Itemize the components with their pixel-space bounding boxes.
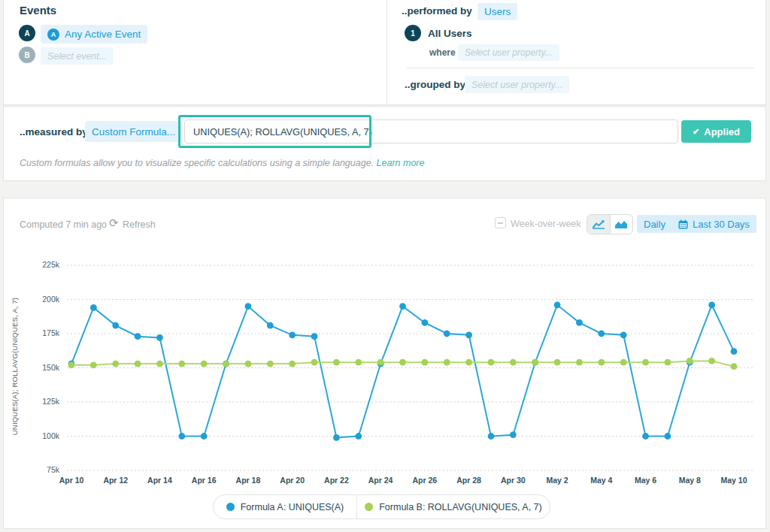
event-a-selector[interactable]: A Any Active Event [41, 25, 147, 44]
applied-button[interactable]: ✔ Applied [681, 120, 751, 143]
data-point[interactable] [731, 348, 738, 355]
x-tick-label: Apr 30 [496, 476, 530, 485]
data-point[interactable] [510, 359, 517, 366]
calendar-icon [678, 219, 688, 229]
formula-b-dot-icon [365, 503, 373, 511]
data-point[interactable] [355, 359, 362, 366]
data-point[interactable] [135, 333, 141, 340]
line-chart-plot [65, 256, 756, 476]
line-chart-toggle[interactable] [587, 215, 610, 234]
data-point[interactable] [245, 361, 252, 367]
granularity-value: Daily [644, 219, 665, 230]
data-point[interactable] [465, 359, 472, 366]
data-point[interactable] [377, 359, 384, 366]
data-point[interactable] [488, 359, 495, 366]
x-tick-label: Apr 24 [363, 476, 398, 485]
data-point[interactable] [510, 431, 517, 438]
data-point[interactable] [178, 433, 185, 440]
data-point[interactable] [311, 359, 318, 366]
data-point[interactable] [355, 433, 362, 440]
data-point[interactable] [576, 319, 583, 326]
refresh-button[interactable]: Refresh [123, 219, 156, 230]
where-property-selector[interactable]: Select user property... [458, 44, 559, 61]
data-point[interactable] [333, 434, 340, 441]
data-point[interactable] [532, 359, 538, 366]
data-point[interactable] [642, 359, 649, 366]
data-point[interactable] [90, 304, 97, 311]
data-point[interactable] [576, 359, 583, 366]
week-over-week-checkbox[interactable] [495, 217, 506, 228]
x-tick-label: Apr 14 [142, 476, 177, 485]
data-point[interactable] [421, 359, 428, 366]
where-label: where [429, 47, 456, 58]
data-point[interactable] [90, 361, 97, 368]
data-point[interactable] [112, 361, 119, 367]
measure-method-selector[interactable]: Custom Formula... [85, 121, 182, 142]
data-point[interactable] [156, 334, 163, 341]
x-tick-label: Apr 22 [319, 476, 353, 485]
data-point[interactable] [620, 359, 627, 366]
data-point[interactable] [333, 359, 340, 366]
chart-type-toggle [587, 214, 633, 234]
data-point[interactable] [289, 331, 296, 338]
data-point[interactable] [267, 361, 274, 367]
data-point[interactable] [465, 331, 472, 338]
granularity-selector[interactable]: Daily [637, 215, 672, 233]
date-range-selector[interactable]: Last 30 Days [671, 215, 756, 233]
computed-status: Computed 7 min ago [20, 219, 107, 230]
measure-method-value: Custom Formula... [92, 126, 175, 138]
data-point[interactable] [399, 303, 406, 310]
y-tick-label: 100k [22, 431, 59, 440]
data-point[interactable] [178, 361, 185, 367]
data-point[interactable] [488, 433, 495, 440]
date-range-value: Last 30 Days [693, 219, 750, 230]
data-point[interactable] [112, 322, 119, 329]
data-point[interactable] [708, 358, 715, 364]
data-point[interactable] [665, 433, 671, 440]
data-point[interactable] [444, 359, 450, 366]
event-b-selector[interactable]: Select event... [41, 47, 114, 65]
data-point[interactable] [444, 331, 450, 337]
data-point[interactable] [620, 331, 627, 338]
refresh-icon[interactable]: ⟳ [109, 216, 119, 230]
data-point[interactable] [421, 319, 428, 326]
y-tick-label: 150k [22, 363, 59, 372]
data-point[interactable] [687, 358, 693, 364]
data-point[interactable] [665, 359, 671, 366]
formula-description: Custom formulas allow you to visualize s… [20, 158, 425, 168]
data-point[interactable] [554, 359, 561, 366]
segment-1-badge: 1 [405, 25, 421, 41]
where-placeholder: Select user property... [465, 47, 553, 58]
formula-input[interactable]: UNIQUES(A); ROLLAVG(UNIQUES, A, 7) [184, 119, 678, 144]
area-chart-toggle[interactable] [610, 215, 633, 234]
x-tick-label: May 6 [629, 476, 663, 485]
data-point[interactable] [267, 322, 274, 329]
legend-item-formula-b[interactable]: Formula B: ROLLAVG(UNIQUES, A, 7) [356, 495, 550, 518]
data-point[interactable] [598, 331, 605, 337]
data-point[interactable] [598, 359, 605, 366]
performed-by-selector[interactable]: Users [477, 3, 517, 20]
data-point[interactable] [201, 361, 208, 367]
data-point[interactable] [135, 361, 141, 367]
data-point[interactable] [68, 361, 75, 368]
learn-more-link[interactable]: Learn more [377, 158, 425, 168]
x-tick-label: Apr 16 [186, 476, 221, 485]
data-point[interactable] [642, 433, 649, 440]
data-point[interactable] [156, 361, 163, 367]
data-point[interactable] [289, 361, 296, 367]
y-axis-title: UNIQUES(A); ROLLAVG(UNIQUES, A, 7) [11, 254, 19, 479]
section-divider [407, 68, 754, 68]
data-point[interactable] [554, 301, 561, 308]
indeterminate-dash-icon [498, 222, 503, 224]
data-point[interactable] [731, 363, 738, 370]
x-tick-label: May 2 [540, 476, 574, 485]
data-point[interactable] [708, 301, 715, 308]
data-point[interactable] [223, 361, 229, 367]
legend-item-formula-a[interactable]: Formula A: UNIQUES(A) [214, 495, 356, 518]
grouped-by-selector[interactable]: Select user property... [465, 76, 569, 93]
data-point[interactable] [201, 433, 208, 440]
insights-report: Events A A Any Active Event B Select eve… [0, 0, 770, 532]
data-point[interactable] [311, 333, 318, 340]
data-point[interactable] [399, 359, 406, 366]
data-point[interactable] [245, 303, 252, 310]
